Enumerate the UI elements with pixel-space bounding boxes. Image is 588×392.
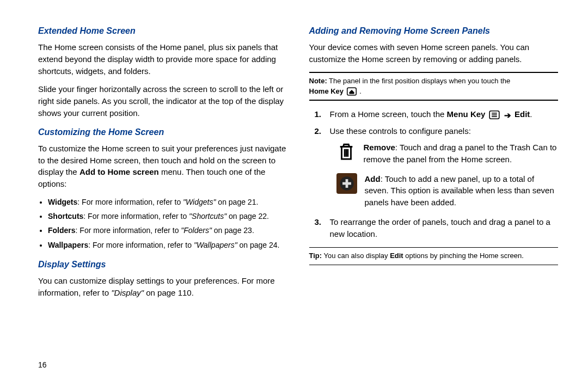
menu-key-label: Menu Key xyxy=(447,109,486,119)
text: The panel in the first position displays… xyxy=(327,77,511,85)
text: You can also display xyxy=(322,252,390,260)
control-text: Remove: Touch and drag a panel to the Tr… xyxy=(364,142,559,166)
paragraph: You can customize display settings to yo… xyxy=(38,275,287,299)
left-column: Extended Home Screen The Home screen con… xyxy=(38,24,287,392)
right-column: Adding and Removing Home Screen Panels Y… xyxy=(309,24,559,392)
text: : Touch to add a new panel, up to a tota… xyxy=(365,174,554,207)
option-label: Shortcuts xyxy=(48,212,83,220)
steps-list: 1. From a Home screen, touch the Menu Ke… xyxy=(315,108,559,240)
edit-label: Edit xyxy=(514,109,530,119)
reference-link: "Folders" xyxy=(181,226,212,235)
text: on page 24. xyxy=(237,241,280,249)
tip-box: Tip: You can also display Edit options b… xyxy=(309,247,559,265)
control-label: Remove xyxy=(364,143,395,152)
remove-control: Remove: Touch and drag a panel to the Tr… xyxy=(336,142,559,166)
step-1: 1. From a Home screen, touch the Menu Ke… xyxy=(315,108,559,121)
control-label: Add xyxy=(365,174,381,183)
option-label: Folders xyxy=(48,226,76,235)
add-control: Add: Touch to add a new panel, up to a t… xyxy=(336,173,559,209)
step-body: From a Home screen, touch the Menu Key ➔… xyxy=(330,108,559,121)
list-item: Shortcuts: For more information, refer t… xyxy=(48,211,287,222)
panel-controls: Remove: Touch and drag a panel to the Tr… xyxy=(336,142,559,209)
text: . xyxy=(530,109,532,119)
step-number: 2. xyxy=(315,125,330,137)
list-item: Wallpapers: For more information, refer … xyxy=(48,240,287,250)
text: on page 23. xyxy=(212,226,254,235)
step-3: 3. To rearrange the order of panels, tou… xyxy=(315,216,559,240)
text: . xyxy=(358,87,362,95)
heading-extended-home: Extended Home Screen xyxy=(38,24,287,37)
text: on page 21. xyxy=(216,198,258,206)
menu-key-icon xyxy=(489,111,500,119)
text: on page 22. xyxy=(226,212,269,220)
paragraph: The Home screen consists of the Home pan… xyxy=(38,41,287,77)
control-text: Add: Touch to add a new panel, up to a t… xyxy=(365,173,559,209)
note-box: Note: The panel in the first position di… xyxy=(309,72,559,101)
text: : For more information, refer to xyxy=(83,212,189,220)
text: : For more information, refer to xyxy=(77,198,183,206)
option-label: Widgets xyxy=(48,198,77,206)
step-number: 1. xyxy=(315,108,330,121)
options-list: Widgets: For more information, refer to … xyxy=(38,197,287,250)
step-body: To rearrange the order of panels, touch … xyxy=(330,216,559,240)
page-number: 16 xyxy=(38,359,47,370)
list-item: Widgets: For more information, refer to … xyxy=(48,197,287,207)
edit-label: Edit xyxy=(390,252,403,260)
note-label: Note: xyxy=(309,77,327,85)
reference-link: "Display" xyxy=(111,288,144,297)
heading-display-settings: Display Settings xyxy=(38,258,287,271)
reference-link: "Shortcuts" xyxy=(189,212,226,220)
reference-link: "Wallpapers" xyxy=(194,241,237,249)
trash-icon xyxy=(336,142,356,161)
text: options by pinching the Home screen. xyxy=(403,252,524,260)
heading-customizing: Customizing the Home Screen xyxy=(38,126,287,138)
home-key-label: Home Key xyxy=(309,87,344,95)
tip-label: Tip: xyxy=(309,252,322,260)
heading-adding-removing: Adding and Removing Home Screen Panels xyxy=(309,24,559,37)
step-2: 2. Use these controls to configure panel… xyxy=(315,125,559,137)
menu-name-bold: Add to Home screen xyxy=(79,167,159,176)
text: on page 110. xyxy=(144,288,194,297)
paragraph: To customize the Home screen to suit you… xyxy=(38,143,287,190)
text: : For more information, refer to xyxy=(76,226,181,235)
add-icon xyxy=(336,173,357,194)
list-item: Folders: For more information, refer to … xyxy=(48,225,287,236)
text: From a Home screen, touch the xyxy=(330,109,447,119)
home-key-icon xyxy=(347,87,357,96)
reference-link: "Widgets" xyxy=(183,198,216,206)
step-body: Use these controls to configure panels: xyxy=(330,125,559,137)
manual-page: Extended Home Screen The Home screen con… xyxy=(0,0,588,392)
paragraph: Slide your finger horizontally across th… xyxy=(38,83,287,119)
text: : For more information, refer to xyxy=(88,241,194,249)
step-number: 3. xyxy=(315,216,330,240)
paragraph: Your device comes with seven Home screen… xyxy=(309,41,559,65)
option-label: Wallpapers xyxy=(48,241,88,249)
arrow-icon: ➔ xyxy=(504,109,511,121)
